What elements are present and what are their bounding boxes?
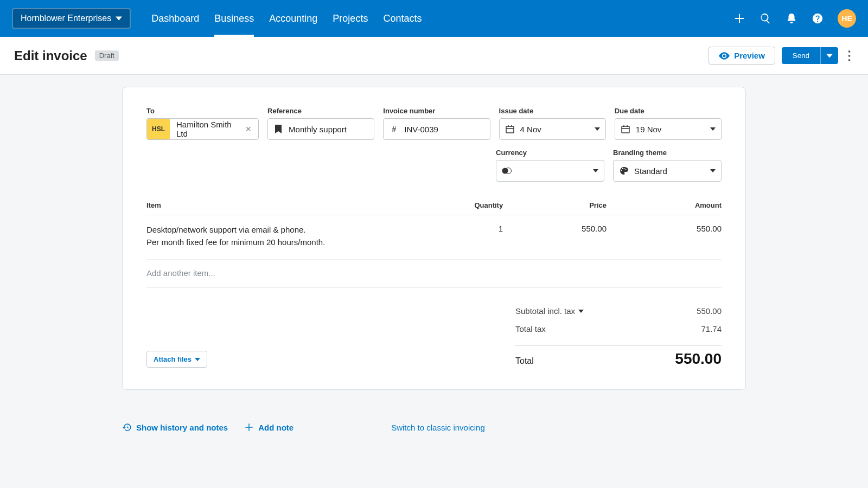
invoice-number-input[interactable]: # INV-0039 — [383, 118, 490, 140]
chevron-down-icon — [710, 127, 716, 131]
line-item-amount: 550.00 — [607, 224, 722, 248]
chevron-down-icon — [195, 358, 200, 361]
subtotal-value: 550.00 — [697, 306, 722, 316]
svg-point-0 — [848, 50, 851, 53]
svg-rect-3 — [506, 126, 514, 133]
reference-label: Reference — [267, 107, 374, 115]
calendar-icon — [621, 125, 630, 133]
bell-icon[interactable] — [786, 12, 797, 24]
calendar-icon — [505, 125, 515, 133]
send-caret-button[interactable] — [820, 47, 838, 64]
totals: Subtotal incl. tax 550.00 Total tax 71.7… — [515, 302, 722, 368]
invoice-card: To HSL Hamilton Smith Ltd ✕ Reference Mo… — [122, 87, 746, 390]
history-label: Show history and notes — [136, 423, 228, 432]
contact-chip-initials: HSL — [147, 119, 170, 139]
sub-actions: Preview Send — [709, 47, 854, 65]
reference-value: Monthly support — [289, 125, 368, 134]
clear-contact-icon[interactable]: ✕ — [244, 125, 253, 133]
help-icon[interactable] — [812, 12, 824, 24]
issue-date-label: Issue date — [499, 107, 606, 115]
invoice-number-label: Invoice number — [383, 107, 490, 115]
subheader: Edit invoice Draft Preview Send — [0, 37, 868, 75]
due-date-label: Due date — [615, 107, 722, 115]
nav-tabs: Dashboard Business Accounting Projects C… — [151, 0, 422, 37]
svg-point-2 — [848, 59, 851, 61]
switch-classic-link[interactable]: Switch to classic invoicing — [391, 423, 485, 432]
chevron-down-icon — [116, 15, 122, 22]
chevron-down-icon — [595, 127, 600, 131]
user-avatar[interactable]: HE — [838, 9, 856, 28]
col-price: Price — [503, 201, 607, 209]
plus-icon — [244, 422, 254, 432]
add-item-input[interactable]: Add another item... — [146, 260, 722, 288]
attach-files-button[interactable]: Attach files — [146, 351, 207, 368]
branding-theme-value: Standard — [634, 166, 705, 176]
status-badge: Draft — [95, 50, 119, 61]
eye-icon — [719, 52, 730, 60]
to-value: Hamilton Smith Ltd — [176, 120, 239, 138]
kebab-icon — [848, 50, 851, 61]
add-note-label: Add note — [258, 423, 293, 432]
line-item-desc: Desktop/network support via email & phon… — [146, 224, 434, 248]
tax-label: Total tax — [515, 324, 546, 333]
line-item-row[interactable]: Desktop/network support via email & phon… — [146, 215, 722, 260]
send-split-button: Send — [782, 47, 838, 64]
nav-tab-dashboard[interactable]: Dashboard — [151, 0, 199, 37]
reference-input[interactable]: Monthly support — [267, 118, 374, 140]
nav-tab-business[interactable]: Business — [214, 0, 254, 37]
footer-links: Show history and notes Add note Switch t… — [122, 422, 746, 432]
nav-tab-contacts[interactable]: Contacts — [383, 0, 422, 37]
preview-button[interactable]: Preview — [709, 47, 775, 65]
tax-value: 71.74 — [701, 324, 722, 333]
org-switcher[interactable]: Hornblower Enterprises — [12, 8, 131, 29]
send-button[interactable]: Send — [782, 47, 820, 64]
branding-theme-select[interactable]: Standard — [613, 160, 722, 182]
nav-icons: HE — [733, 9, 856, 28]
to-input[interactable]: HSL Hamilton Smith Ltd ✕ — [146, 118, 259, 140]
attach-files-label: Attach files — [154, 355, 192, 363]
top-nav: Hornblower Enterprises Dashboard Busines… — [0, 0, 868, 37]
currency-icon — [502, 168, 512, 174]
more-menu-button[interactable] — [845, 47, 854, 65]
line-items-header: Item Quantity Price Amount — [146, 191, 722, 215]
chevron-down-icon — [826, 53, 833, 59]
page-title: Edit invoice — [14, 48, 87, 63]
total-value: 550.00 — [675, 350, 722, 368]
currency-select[interactable] — [496, 160, 604, 182]
subtotal-label[interactable]: Subtotal incl. tax — [515, 306, 584, 316]
search-icon[interactable] — [760, 12, 771, 24]
hash-icon: # — [389, 125, 399, 133]
issue-date-input[interactable]: 4 Nov — [499, 118, 606, 140]
issue-date-value: 4 Nov — [520, 125, 589, 134]
history-button[interactable]: Show history and notes — [122, 422, 228, 432]
svg-point-1 — [848, 55, 851, 57]
main: To HSL Hamilton Smith Ltd ✕ Reference Mo… — [0, 75, 868, 412]
plus-icon[interactable] — [733, 12, 745, 24]
col-item: Item — [146, 201, 434, 209]
chevron-down-icon — [710, 169, 716, 172]
due-date-input[interactable]: 19 Nov — [615, 118, 722, 140]
due-date-value: 19 Nov — [636, 125, 705, 134]
nav-tab-projects[interactable]: Projects — [333, 0, 368, 37]
col-qty: Quantity — [434, 201, 503, 209]
col-amount: Amount — [607, 201, 722, 209]
line-item-qty: 1 — [434, 224, 503, 248]
history-icon — [122, 422, 132, 432]
add-note-button[interactable]: Add note — [244, 422, 293, 432]
total-label: Total — [515, 356, 534, 366]
invoice-number-value: INV-0039 — [404, 125, 484, 134]
to-label: To — [146, 107, 259, 115]
currency-label: Currency — [496, 149, 604, 157]
svg-rect-4 — [622, 126, 629, 133]
chevron-down-icon — [578, 310, 584, 313]
branding-theme-label: Branding theme — [613, 149, 722, 157]
line-item-price: 550.00 — [503, 224, 607, 248]
palette-icon — [619, 166, 629, 175]
chevron-down-icon — [593, 169, 598, 172]
nav-tab-accounting[interactable]: Accounting — [269, 0, 317, 37]
bookmark-icon — [273, 125, 283, 133]
org-name: Hornblower Enterprises — [21, 14, 111, 23]
totals-divider — [515, 345, 722, 346]
preview-label: Preview — [734, 51, 765, 60]
